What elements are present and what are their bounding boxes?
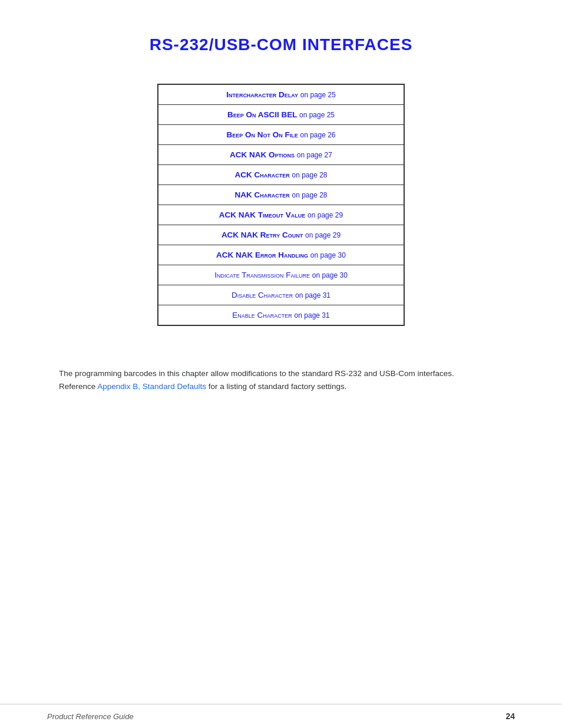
footer-page-number: 24 [505,711,515,721]
toc-label-ack-nak-error-handling: ACK NAK Error Handling [216,251,310,259]
toc-ref-ack-character: on page 28 [292,171,327,179]
toc-ref-ack-nak-retry-count: on page 29 [305,231,340,239]
toc-ref-indicate-transmission-failure: on page 30 [312,271,348,279]
toc-label-disable-character: Disable Character [232,291,295,299]
toc-ref-enable-character: on page 31 [295,311,330,319]
toc-entry-beep-on-not-on-file[interactable]: Beep On Not On File on page 26 [158,125,404,145]
toc-ref-disable-character: on page 31 [295,291,330,299]
toc-label-beep-on-ascii-bel: Beep On ASCII BEL [227,110,299,119]
toc-ref-beep-on-ascii-bel: on page 25 [299,111,335,119]
toc-entry-ack-nak-timeout-value[interactable]: ACK NAK Timeout Value on page 29 [158,205,404,225]
toc-label-ack-nak-options: ACK NAK Options [230,150,297,159]
toc-ref-ack-nak-options: on page 27 [297,151,332,159]
toc-label-ack-nak-timeout-value: ACK NAK Timeout Value [219,210,308,219]
toc-entry-disable-character[interactable]: Disable Character on page 31 [158,285,404,305]
toc-entry-beep-on-ascii-bel[interactable]: Beep On ASCII BEL on page 25 [158,105,404,125]
toc-ref-intercharacter-delay: on page 25 [300,91,336,99]
body-text: The programming barcodes in this chapter… [47,367,495,393]
toc-entry-ack-nak-options[interactable]: ACK NAK Options on page 27 [158,145,404,165]
toc-entry-ack-nak-retry-count[interactable]: ACK NAK Retry Count on page 29 [158,225,404,245]
toc-entry-enable-character[interactable]: Enable Character on page 31 [158,305,404,326]
toc-entry-ack-character[interactable]: ACK Character on page 28 [158,165,404,185]
toc-ref-beep-on-not-on-file: on page 26 [300,131,335,139]
footer: Product Reference Guide 24 [0,704,562,728]
footer-label: Product Reference Guide [47,712,134,721]
toc-ref-ack-nak-error-handling: on page 30 [310,251,346,259]
toc-entry-ack-nak-error-handling[interactable]: ACK NAK Error Handling on page 30 [158,245,404,265]
body-text-part2: for a listing of standard factory settin… [206,382,347,391]
toc-label-indicate-transmission-failure: Indicate Transmission Failure [214,271,312,279]
toc-entry-nak-character[interactable]: NAK Character on page 28 [158,185,404,205]
toc-entry-indicate-transmission-failure[interactable]: Indicate Transmission Failure on page 30 [158,265,404,285]
toc-label-ack-nak-retry-count: ACK NAK Retry Count [222,230,305,239]
toc-label-enable-character: Enable Character [232,311,294,319]
toc-ref-ack-nak-timeout-value: on page 29 [308,211,343,219]
toc-label-nak-character: NAK Character [234,190,292,199]
appendix-link[interactable]: Appendix B, Standard Defaults [97,382,206,391]
toc-ref-nak-character: on page 28 [292,191,327,199]
page-title: RS-232/USB-COM INTERFACES [47,35,515,54]
page-container: RS-232/USB-COM INTERFACES Intercharacter… [0,0,562,728]
toc-label-beep-on-not-on-file: Beep On Not On File [226,130,300,139]
toc-entry-intercharacter-delay[interactable]: Intercharacter Delay on page 25 [158,84,404,105]
toc-label-ack-character: ACK Character [234,170,292,179]
toc-table: Intercharacter Delay on page 25Beep On A… [157,84,405,326]
toc-label-intercharacter-delay: Intercharacter Delay [226,90,300,99]
